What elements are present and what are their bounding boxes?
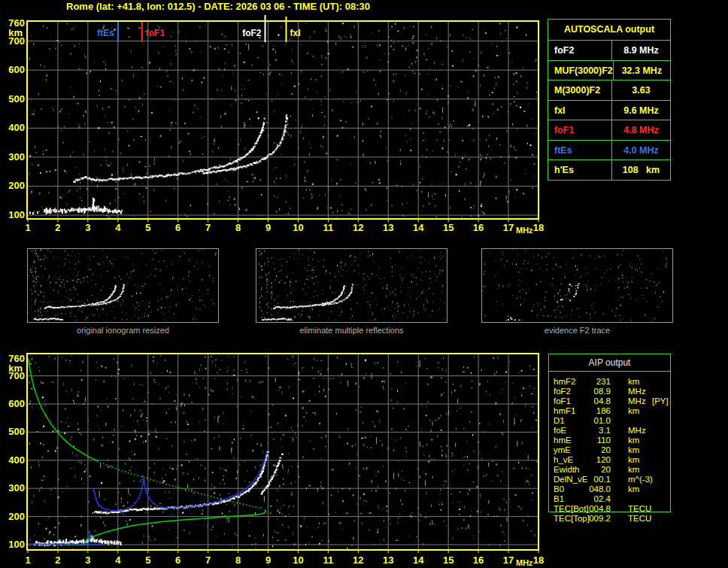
aip-row-hve: h_vE120km [548, 455, 671, 465]
autoscala-row-hes: h'Es108 km [548, 159, 670, 180]
svg-text:7: 7 [205, 554, 211, 566]
svg-text:5: 5 [145, 554, 150, 566]
aip-row-value: 04.8 [577, 396, 611, 405]
thumbnail-evidence-f2-trace [481, 248, 673, 323]
svg-text:MHz: MHz [516, 226, 533, 235]
svg-text:1: 1 [25, 222, 30, 233]
aip-row-value: 231 [577, 377, 611, 386]
autoscala-row-label: fxI [548, 101, 611, 120]
marker-label-fof1: foF1 [146, 28, 165, 38]
aip-row-label: h_vE [554, 455, 573, 464]
svg-text:12: 12 [353, 222, 363, 233]
aip-row-tecbot: TEC[Bot]004.8TECU [548, 504, 671, 514]
svg-text:13: 13 [383, 554, 393, 566]
svg-text:3: 3 [85, 554, 90, 566]
aip-row-hmf1: hmF1186km [548, 406, 671, 416]
thumbnail-caption-original: original ionogram resized [27, 326, 219, 335]
thumbnail-original-ionogram [27, 248, 219, 323]
aip-row-b0: B0048.0km [548, 484, 671, 494]
svg-text:500: 500 [8, 93, 25, 105]
autoscala-row-label: h'Es [548, 160, 611, 180]
aip-row-value: 20 [577, 465, 611, 474]
svg-text:200: 200 [8, 180, 25, 191]
thumbnail-caption-eliminate: eliminate multiple reflections [256, 326, 447, 335]
autoscala-row-value: 108 km [611, 160, 670, 180]
aip-row-label: hmF1 [554, 406, 575, 415]
autoscala-row-label: ftEs [548, 141, 611, 160]
aip-row-value: 01.0 [577, 416, 611, 425]
svg-text:2: 2 [55, 222, 60, 233]
aip-row-unit: m^(-3) [628, 475, 653, 484]
svg-text:4: 4 [115, 222, 121, 233]
aip-row-label: D1 [554, 416, 565, 425]
svg-text:12: 12 [353, 554, 363, 566]
autoscala-row-value: 4.8 MHz [611, 120, 670, 140]
aip-row-d1: D101.0 [548, 416, 671, 426]
aip-row-label: Ewidth [554, 465, 580, 474]
svg-text:18: 18 [533, 554, 544, 566]
marker-label-ftes: ftEs [97, 28, 114, 38]
aip-row-unit: km [628, 436, 639, 445]
svg-text:100: 100 [8, 539, 25, 550]
aip-header: AIP output [549, 354, 670, 372]
svg-text:8: 8 [235, 554, 241, 566]
svg-text:5: 5 [145, 222, 150, 233]
svg-text:9: 9 [265, 554, 271, 566]
svg-text:400: 400 [8, 122, 25, 133]
aip-row-unit: MHz [628, 387, 646, 396]
aip-row-value: 004.8 [577, 504, 611, 513]
aip-row-unit: km [628, 445, 639, 454]
svg-text:14: 14 [413, 222, 424, 233]
svg-text:1: 1 [25, 554, 30, 566]
aip-row-hmf2: hmF2231km [548, 377, 671, 387]
svg-text:700: 700 [8, 370, 25, 381]
aip-row-value: 048.0 [577, 484, 611, 494]
autoscala-row-value: 9.6 MHz [611, 101, 670, 120]
svg-text:300: 300 [8, 482, 25, 494]
aip-row-extra: [PY] [652, 396, 669, 405]
aip-row-delnve: DelN_vE00.1m^(-3) [548, 475, 671, 484]
aip-row-value: 02.4 [577, 494, 611, 503]
thumbnail-caption-evidence: evidence F2 trace [481, 326, 673, 335]
autoscala-row-label: foF2 [548, 41, 611, 60]
autoscala-app-window: Rome (lat: +41.8, lon: 012.5) - DATE: 20… [0, 0, 728, 568]
aip-row-unit: km [628, 465, 639, 474]
autoscala-row-fxi: fxI9.6 MHz [548, 100, 670, 120]
svg-text:6: 6 [175, 554, 180, 566]
autoscala-row-value: 4.0 MHz [611, 141, 670, 160]
aip-row-label: foE [554, 426, 566, 435]
svg-text:4: 4 [115, 554, 121, 566]
aip-row-value: 3.1 [577, 426, 611, 435]
autoscala-row-value: 3.63 [611, 80, 670, 100]
aip-row-label: ymE [554, 445, 571, 454]
svg-text:15: 15 [443, 222, 453, 233]
aip-row-value: 20 [577, 445, 611, 454]
svg-text:600: 600 [8, 398, 25, 409]
aip-row-unit: MHz [628, 396, 646, 405]
aip-row-unit: km [628, 455, 639, 464]
autoscala-row-m3000f2: M(3000)F23.63 [548, 80, 670, 100]
svg-text:14: 14 [413, 554, 424, 566]
svg-text:10: 10 [293, 554, 303, 566]
svg-text:2: 2 [55, 554, 60, 566]
svg-text:9: 9 [265, 222, 271, 233]
svg-text:400: 400 [8, 454, 25, 466]
autoscala-row-value: 8.9 MHz [611, 41, 670, 60]
aip-row-label: foF2 [554, 387, 571, 396]
svg-text:200: 200 [8, 511, 25, 522]
aip-rows: hmF2231kmfoF208.9MHzfoF104.8MHz[PY]hmF11… [548, 377, 671, 524]
svg-text:700: 700 [8, 35, 25, 47]
aip-row-label: foF1 [554, 396, 571, 405]
aip-row-foe: foE3.1MHz [548, 426, 671, 436]
svg-text:10: 10 [293, 222, 303, 233]
svg-text:11: 11 [323, 222, 334, 233]
autoscala-row-ftes: ftEs4.0 MHz [548, 140, 670, 160]
svg-text:6: 6 [175, 222, 180, 233]
autoscala-row-value: 32.3 MHz [613, 61, 670, 80]
aip-row-label: B1 [554, 494, 564, 503]
svg-text:7: 7 [205, 222, 211, 233]
aip-row-unit: km [628, 377, 639, 386]
marker-label-fxi: fxI [290, 28, 300, 38]
aip-row-hme: hmE110km [548, 436, 671, 445]
aip-row-label: hmF2 [554, 377, 575, 386]
